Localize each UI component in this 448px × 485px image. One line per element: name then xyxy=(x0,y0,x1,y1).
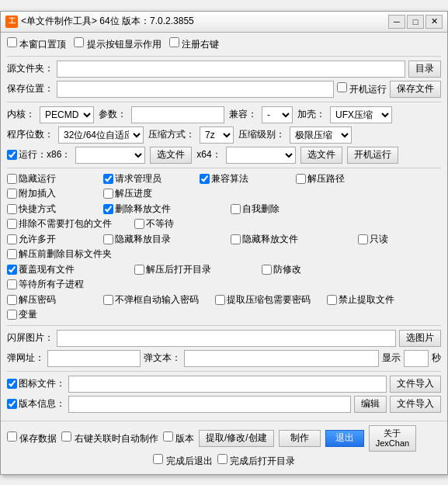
version-bottom-checkbox[interactable] xyxy=(163,431,173,442)
cb-auto-input-pwd[interactable] xyxy=(103,295,113,305)
opt-overwrite[interactable]: 覆盖现有文件 xyxy=(7,263,131,276)
opt-exclude-files[interactable]: 排除不需要打包的文件 xyxy=(7,217,131,230)
compress-level-select[interactable]: 极限压缩 xyxy=(290,126,352,144)
opt-hide-run[interactable]: 隐藏运行 xyxy=(7,172,100,185)
opt-zip-need-pwd[interactable]: 提取压缩包需要密码 xyxy=(215,293,324,307)
opt-hide-release-files[interactable]: 隐藏释放文件 xyxy=(231,233,355,246)
opt-extract-pwd[interactable]: 解压密码 xyxy=(7,293,100,307)
opt-extract-path[interactable]: 解压路径 xyxy=(296,172,389,185)
opt-no-wait[interactable]: 不等待 xyxy=(134,217,227,230)
save-file-button[interactable]: 保存文件 xyxy=(390,81,441,98)
cb-hide-release-dir[interactable] xyxy=(103,234,113,244)
cb-hide-release-files[interactable] xyxy=(231,234,241,244)
source-folder-button[interactable]: 目录 xyxy=(408,61,441,78)
pack-select[interactable]: UFX压缩 xyxy=(330,106,392,123)
cb-attach-insert[interactable] xyxy=(7,189,17,199)
top-checkbox-2[interactable] xyxy=(74,37,84,47)
opt-attach-insert[interactable]: 附加插入 xyxy=(7,187,100,200)
complete-open-checkbox[interactable] xyxy=(217,454,227,464)
cb-allow-multi[interactable] xyxy=(7,234,17,244)
icon-checkbox-label[interactable]: 图标文件： xyxy=(7,377,65,390)
top-option-3[interactable]: 注册右键 xyxy=(169,37,219,51)
cb-open-dir-after[interactable] xyxy=(134,265,144,275)
version-option[interactable]: 版本 xyxy=(163,431,194,445)
core-select[interactable]: PECMD xyxy=(40,106,94,123)
opt-hide-release-dir[interactable]: 隐藏释放目录 xyxy=(103,233,227,246)
cb-zip-need-pwd[interactable] xyxy=(215,295,225,305)
top-option-2[interactable]: 提示按钮显示作用 xyxy=(74,37,161,51)
splash-button[interactable]: 选图片 xyxy=(399,330,441,347)
about-button[interactable]: 关于 JexChan xyxy=(369,425,416,452)
cb-extract-pwd[interactable] xyxy=(7,295,17,305)
cb-compat-algo[interactable] xyxy=(200,174,210,184)
prog-count-select[interactable]: 32位/64位自适应 xyxy=(58,126,144,144)
opt-req-admin[interactable]: 请求管理员 xyxy=(103,172,196,185)
cb-shortcut[interactable] xyxy=(7,204,17,214)
params-input[interactable] xyxy=(131,106,224,123)
cb-hide-run[interactable] xyxy=(7,174,17,184)
top-checkbox-1[interactable] xyxy=(7,37,17,47)
open-run-button[interactable]: 开机运行 xyxy=(347,147,398,164)
cb-readonly[interactable] xyxy=(358,234,368,244)
save-data-checkbox[interactable] xyxy=(7,431,17,442)
complete-exit-option[interactable]: 完成后退出 xyxy=(153,454,212,468)
complete-exit-checkbox[interactable] xyxy=(153,454,163,464)
cb-extract-progress[interactable] xyxy=(103,189,113,199)
version-edit-button[interactable]: 编辑 xyxy=(354,396,387,413)
run-checkbox[interactable] xyxy=(7,150,17,160)
minimize-button[interactable]: ─ xyxy=(388,15,405,29)
opt-delete-target-dir[interactable]: 解压前删除目标文件夹 xyxy=(7,248,123,261)
select-file-x86-button[interactable]: 选文件 xyxy=(150,147,192,164)
top-option-1[interactable]: 本窗口置顶 xyxy=(7,37,66,51)
opt-compat-algo[interactable]: 兼容算法 xyxy=(200,172,293,185)
compress-select[interactable]: 7z xyxy=(200,126,234,144)
cb-exclude-files[interactable] xyxy=(7,219,17,229)
opt-extract-progress[interactable]: 解压进度 xyxy=(103,187,196,200)
version-info-input[interactable] xyxy=(68,396,351,413)
save-data-option[interactable]: 保存数据 xyxy=(7,431,57,445)
startup-run-checkbox[interactable] xyxy=(337,82,347,92)
startup-run-option[interactable]: 开机运行 xyxy=(337,82,387,96)
right-click-checkbox[interactable] xyxy=(61,431,71,442)
display-seconds-input[interactable] xyxy=(404,350,429,367)
opt-readonly[interactable]: 只读 xyxy=(358,233,428,246)
opt-variable[interactable]: 变量 xyxy=(7,308,77,321)
run-x86-select[interactable] xyxy=(75,147,145,164)
icon-file-input[interactable] xyxy=(68,376,387,393)
right-click-option[interactable]: 右键关联时自动制作 xyxy=(61,431,158,445)
opt-allow-multi[interactable]: 允许多开 xyxy=(7,233,100,246)
exit-button[interactable]: 退出 xyxy=(325,430,364,447)
cb-variable[interactable] xyxy=(7,310,17,320)
cb-delete-target-dir[interactable] xyxy=(7,249,17,259)
maximize-button[interactable]: □ xyxy=(407,15,424,29)
opt-anti-mod[interactable]: 防修改 xyxy=(262,263,355,276)
cb-overwrite[interactable] xyxy=(7,265,17,275)
make-button[interactable]: 制作 xyxy=(279,430,321,447)
cb-req-admin[interactable] xyxy=(103,174,113,184)
opt-forbid-extract[interactable]: 禁止提取文件 xyxy=(327,293,420,307)
popup-text-input[interactable] xyxy=(184,350,379,367)
opt-auto-input-pwd[interactable]: 不弹框自动输入密码 xyxy=(103,293,212,307)
complete-open-option[interactable]: 完成后打开目录 xyxy=(217,454,295,468)
run-checkbox-label[interactable]: 运行：x86： xyxy=(7,148,71,161)
cb-no-wait[interactable] xyxy=(134,219,144,229)
cb-self-delete[interactable] xyxy=(231,204,241,214)
icon-import-button[interactable]: 文件导入 xyxy=(390,376,441,393)
cb-extract-path[interactable] xyxy=(296,174,306,184)
save-location-input[interactable] xyxy=(57,81,334,98)
opt-wait-children[interactable]: 等待所有子进程 xyxy=(7,278,131,291)
close-button[interactable]: ✕ xyxy=(425,15,443,29)
compat-select[interactable]: - xyxy=(262,106,293,123)
icon-checkbox[interactable] xyxy=(7,379,17,389)
cb-delete-release-files[interactable] xyxy=(103,204,113,214)
opt-shortcut[interactable]: 快捷方式 xyxy=(7,203,100,216)
opt-open-dir-after[interactable]: 解压后打开目录 xyxy=(134,263,259,276)
select-file-x64-button[interactable]: 选文件 xyxy=(300,147,342,164)
opt-delete-release-files[interactable]: 删除释放文件 xyxy=(103,203,227,216)
run-x64-select[interactable] xyxy=(226,147,296,164)
opt-self-delete[interactable]: 自我删除 xyxy=(231,203,324,216)
splash-input[interactable] xyxy=(57,330,396,347)
version-checkbox-label[interactable]: 版本信息： xyxy=(7,397,65,411)
version-import-button[interactable]: 文件导入 xyxy=(390,396,441,413)
source-folder-input[interactable] xyxy=(57,61,405,78)
